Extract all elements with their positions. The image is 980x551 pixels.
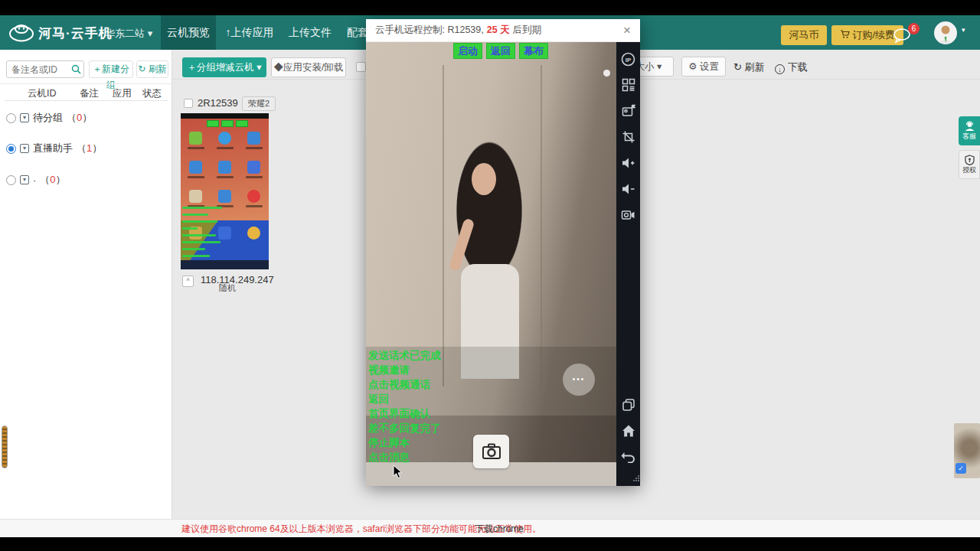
tab-upload-app[interactable]: ↑上传应用 <box>220 15 279 50</box>
footer-bar: 建议使用谷歌chrome 64及以上版本浏览器，safari浏览器下部分功能可能… <box>0 519 980 537</box>
volume-up-icon[interactable] <box>621 155 636 171</box>
device-checkbox[interactable] <box>184 99 193 108</box>
remote-control-modal: 云手机远程控制: R12539, 25 天 后到期 × 启动 返回 幕布 发送话… <box>366 19 640 486</box>
support-button[interactable]: 客服 <box>959 116 980 145</box>
radio-unselected[interactable] <box>6 113 16 123</box>
camera-icon[interactable] <box>621 207 636 223</box>
preview-thumbnail[interactable]: ✓ <box>954 423 980 478</box>
crop-icon[interactable] <box>621 129 636 145</box>
authorize-button[interactable]: 授权 <box>959 150 980 179</box>
plus-icon: ＋ <box>93 64 102 74</box>
refresh-icon: ↻ <box>733 61 742 73</box>
log-line: 差不多回复完了 <box>368 421 441 435</box>
thumb-quick-button <box>207 120 219 127</box>
resize-handle[interactable] <box>633 475 639 481</box>
group-icon: ▾ <box>20 175 29 184</box>
search-icon[interactable] <box>71 64 81 74</box>
log-line: 首页界面确认 <box>368 406 441 421</box>
screenshot-icon[interactable] <box>621 103 636 119</box>
group-icon: ▾ <box>20 113 29 122</box>
app-icon <box>189 132 202 145</box>
radio-unselected[interactable] <box>6 175 16 185</box>
log-line: 点击视频通话 <box>368 377 441 392</box>
thumb-log-line <box>182 241 220 243</box>
quick-curtain-button[interactable]: 幕布 <box>519 43 548 59</box>
thumb-log-line <box>182 248 205 250</box>
grid-icon[interactable] <box>621 77 636 93</box>
download-icon: ↓ <box>775 64 785 74</box>
volume-down-icon[interactable] <box>621 181 636 197</box>
main-refresh-link[interactable]: ↻ 刷新 <box>733 60 765 74</box>
group-adjust-button[interactable]: ＋分组增减云机 ▾ <box>182 57 266 77</box>
radio-selected[interactable] <box>6 144 16 154</box>
new-group-button[interactable]: ＋新建分组 <box>89 60 133 78</box>
app-icon <box>247 161 260 174</box>
app-icon <box>218 132 231 145</box>
highlight-dot <box>603 70 610 77</box>
region-select[interactable]: 华东二站 ▾ <box>105 27 152 41</box>
package-icon: ◆ <box>274 62 284 73</box>
more-options-button[interactable]: ••• <box>563 364 595 396</box>
phone-stream[interactable]: 启动 返回 幕布 发送话术已完成 视频邀请 点击视频通话 返回 首页界面确认 差… <box>366 42 616 486</box>
group-count: （0） <box>40 173 65 187</box>
group-row-live-assistant[interactable]: ▾ 直播助手 （1） <box>6 142 102 155</box>
app-icon <box>189 161 202 174</box>
hippo-logo-icon <box>8 21 35 44</box>
sidebar: ＋新建分组 ↻ 刷新 云机ID 备注 应用 状态 ▾ 待分组 （0） ▾ 直播助… <box>0 50 172 519</box>
settings-button[interactable]: ⚙ 设置 <box>681 57 726 77</box>
screen: 河马·云手机 华东二站 ▾ 云机预览 ↑上传应用 上传文件 配套服务 河马币 订… <box>0 0 980 551</box>
thumb-log-line <box>182 220 217 223</box>
device-model-chip[interactable]: 荣耀2 <box>242 96 276 111</box>
modal-days-remaining: 25 天 <box>487 24 510 37</box>
thumb-log-line <box>182 227 198 230</box>
thumb-log-line <box>182 255 210 257</box>
chevron-down-icon: ▾ <box>256 62 261 73</box>
app-label <box>217 176 234 178</box>
thumb-statusbar <box>181 113 269 119</box>
column-header-note: 备注 <box>80 87 99 100</box>
log-line: 视频邀请 <box>368 363 441 377</box>
ip-icon[interactable]: IP <box>621 51 636 67</box>
log-line: 发送话术已完成 <box>368 348 441 363</box>
column-header-app: 应用 <box>113 87 132 100</box>
group-label: 待分组 <box>33 111 63 125</box>
tab-cloud-preview[interactable]: 云机预览 <box>161 15 216 50</box>
device-thumbnail[interactable] <box>181 113 269 269</box>
modal-title: 云手机远程控制: R12539, <box>375 24 484 37</box>
back-icon[interactable] <box>621 449 636 465</box>
recent-apps-icon[interactable] <box>621 397 636 412</box>
screenshot-camera-button[interactable] <box>473 435 509 468</box>
letterbox-bottom <box>0 537 980 551</box>
sidebar-refresh-button[interactable]: ↻ 刷新 <box>136 60 168 78</box>
app-install-button[interactable]: ◆应用安装/卸载 <box>271 57 346 77</box>
modal-header: 云手机远程控制: R12539, 25 天 后到期 × <box>366 19 640 42</box>
tab-upload-file[interactable]: 上传文件 <box>285 15 335 50</box>
chevron-down-icon: ▾ <box>148 28 153 39</box>
app-icon <box>247 132 260 145</box>
collapse-button[interactable]: ^ <box>182 276 194 287</box>
app-icon <box>218 190 231 203</box>
group-row-dot[interactable]: ▾ · （0） <box>6 173 66 187</box>
close-icon[interactable]: × <box>623 24 631 37</box>
coin-button[interactable]: 河马币 <box>781 25 827 45</box>
group-icon: ▾ <box>20 144 29 153</box>
subject-face <box>472 163 496 195</box>
app-label <box>246 205 263 207</box>
thumb-log-line <box>182 214 208 216</box>
download-link[interactable]: ↓ 下载 <box>775 60 808 74</box>
thumb-log-line <box>182 234 216 236</box>
scroll-indicator[interactable] <box>2 425 8 468</box>
avatar-caret-icon[interactable]: ▾ <box>962 26 965 34</box>
quick-start-button[interactable]: 启动 <box>453 43 482 59</box>
home-icon[interactable] <box>621 423 636 439</box>
download-chrome-link[interactable]: 下载chrome <box>475 523 524 536</box>
app-icon <box>218 227 231 240</box>
quick-back-button[interactable]: 返回 <box>486 43 515 59</box>
refresh-icon: ↻ <box>138 64 145 74</box>
select-all-checkbox[interactable] <box>356 62 366 72</box>
thumb-quick-button <box>236 120 248 127</box>
control-rail: IP <box>616 42 640 486</box>
group-row-unassigned[interactable]: ▾ 待分组 （0） <box>6 111 92 125</box>
avatar[interactable] <box>934 21 957 44</box>
modal-title-suffix: 后到期 <box>513 24 542 37</box>
